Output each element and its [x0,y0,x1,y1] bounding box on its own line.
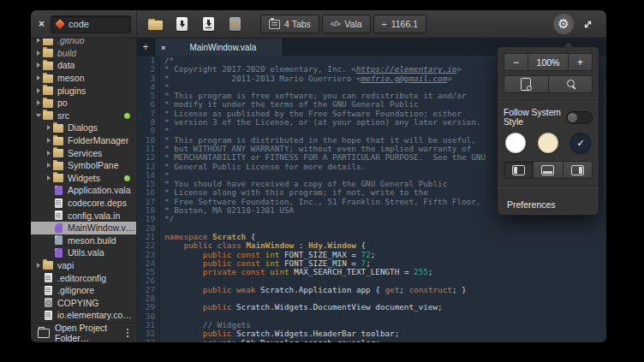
new-tab-button[interactable]: + [137,39,155,56]
file-tree: .githubbuilddatamesonpluginsposrcDialogs… [31,39,136,323]
tree-item-Widgets[interactable]: Widgets [31,172,136,185]
expander-icon[interactable] [34,100,43,105]
folder-icon [43,86,53,95]
expander-icon[interactable] [45,138,53,143]
find-controls [504,75,593,93]
expander-icon[interactable] [45,151,53,156]
sidebar-menu-button[interactable] [122,327,134,338]
style-dark-circle[interactable]: ✓ [570,133,591,153]
meson-file-icon [55,235,63,245]
expander-icon[interactable] [45,125,53,130]
tree-item-FolderManager[interactable]: FolderManager [31,134,136,147]
tree-item-COPYING[interactable]: COPYING [31,296,136,309]
tree-item-.gitignore[interactable]: .gitignore [31,284,136,297]
save-as-button[interactable] [197,13,220,35]
style-light-circle[interactable] [505,133,526,153]
expander-icon[interactable] [34,88,43,93]
find-replace-button[interactable] [504,75,548,93]
tree-item-build[interactable]: build [31,47,136,60]
code-brackets-icon: </> [331,20,341,28]
find-button[interactable] [548,75,593,93]
save-button[interactable] [170,13,194,35]
tree-item-codecore.deps[interactable]: codecore.deps [31,197,136,210]
code-line[interactable]: */ [164,215,606,223]
tree-item-meson.build[interactable]: meson.build [31,234,136,247]
language-button[interactable]: </> Vala [322,15,371,33]
tree-item-label: .gitignore [57,285,94,295]
popover-separator [498,100,599,102]
tree-item-.github[interactable]: .github [31,39,136,47]
layout-switcher [504,161,593,179]
tree-item-src[interactable]: src [31,110,136,122]
save-as-icon [203,17,214,31]
tree-item-config.vala.in[interactable]: config.vala.in [31,209,136,222]
tree-item-Services[interactable]: Services [31,146,136,159]
tree-item-SymbolPane[interactable]: SymbolPane [31,159,136,172]
expander-icon[interactable] [34,263,43,268]
code-line[interactable]: public Scratch.Widgets.DocumentView docu… [164,303,606,312]
zoom-level-button[interactable]: 100% [528,53,568,71]
open-file-button[interactable] [144,13,167,35]
tree-item-label: vapi [57,260,74,270]
project-chip[interactable]: code [51,15,131,33]
vala-file-icon [55,223,63,233]
folder-icon [53,162,63,170]
line-number-gutter: 1234567891011121314151617181920212223242… [137,56,160,342]
preferences-menu-item[interactable]: Preferences [498,193,599,215]
folder-icon [43,62,53,70]
expander-icon[interactable] [45,163,53,168]
tree-item-Dialogs[interactable]: Dialogs [31,122,136,134]
tree-item-data[interactable]: data [31,59,136,72]
zoom-out-button[interactable]: − [504,53,528,71]
tree-item-vapi[interactable]: vapi [31,259,136,272]
code-line[interactable]: private const uint MAX_SEARCH_TEXT_LENGT… [164,268,606,276]
tree-item-Application.vala[interactable]: Application.vala [31,184,136,197]
tab-mainwindow-vala[interactable]: × MainWindow.vala [155,39,283,56]
tree-item-po[interactable]: po [31,97,136,110]
settings-popover: − 100% + Follow System Style ✓ [497,46,599,216]
expander-icon[interactable] [34,62,43,68]
tree-item-plugins[interactable]: plugins [31,84,136,97]
tree-item-.editorconfig[interactable]: .editorconfig [31,271,136,284]
expander-icon[interactable] [34,75,43,80]
panel-bottom-icon [541,165,554,175]
code-line[interactable]: private Gtk.Revealer search_revealer; [164,339,606,343]
fullscreen-button[interactable] [577,14,598,34]
sidebar-bottom-bar: Open Project Folder… [31,323,136,342]
vala-file-icon [55,248,63,258]
expander-icon[interactable] [34,50,43,56]
headerbar: × code ↩ 4 Tabs [31,10,606,39]
tabs-overview-button[interactable]: 4 Tabs [260,15,319,33]
settings-menu-button[interactable]: ⚙ [553,14,574,34]
tree-item-MainWindow.vala[interactable]: MainWindow.vala [31,222,136,234]
tree-item-Utils.vala[interactable]: Utils.vala [31,246,136,259]
tree-item-label: Widgets [68,173,100,183]
project-diamond-icon [55,19,64,28]
tab-close-icon[interactable]: × [161,43,166,52]
layout-sidebar-left-button[interactable] [504,161,534,179]
tree-item-label: src [57,110,69,121]
tree-item-io.elementary.code.yml[interactable]: io.elementary.code.yml [31,309,136,322]
tree-item-label: Utils.vala [68,247,104,258]
headerbar-sidebar-section: × code [31,10,137,38]
style-sepia-circle[interactable] [538,133,558,153]
tree-item-meson[interactable]: meson [31,72,136,85]
zoom-in-button[interactable]: + [568,53,593,71]
code-line[interactable]: public weak Scratch.Application app { ge… [164,286,606,294]
tree-item-label: plugins [57,86,86,96]
vala-file-icon [55,186,63,195]
layout-sidebar-right-button[interactable] [564,161,593,179]
expander-icon[interactable] [45,175,53,181]
follow-system-toggle[interactable] [566,111,593,124]
zoom-controls: − 100% + [504,53,593,71]
window-close-button[interactable]: × [39,19,45,29]
open-project-folder-icon [38,329,50,338]
expander-icon[interactable] [34,114,43,117]
popover-separator-2 [498,186,599,187]
tabs-icon [269,20,280,29]
open-project-folder-button[interactable]: Open Project Folder… [55,323,116,342]
expander-icon[interactable] [34,39,43,43]
layout-panel-bottom-button[interactable] [534,161,563,179]
revert-button[interactable]: ↩ [224,13,247,35]
line-column-button[interactable]: ÷ 1166.1 [373,15,426,33]
